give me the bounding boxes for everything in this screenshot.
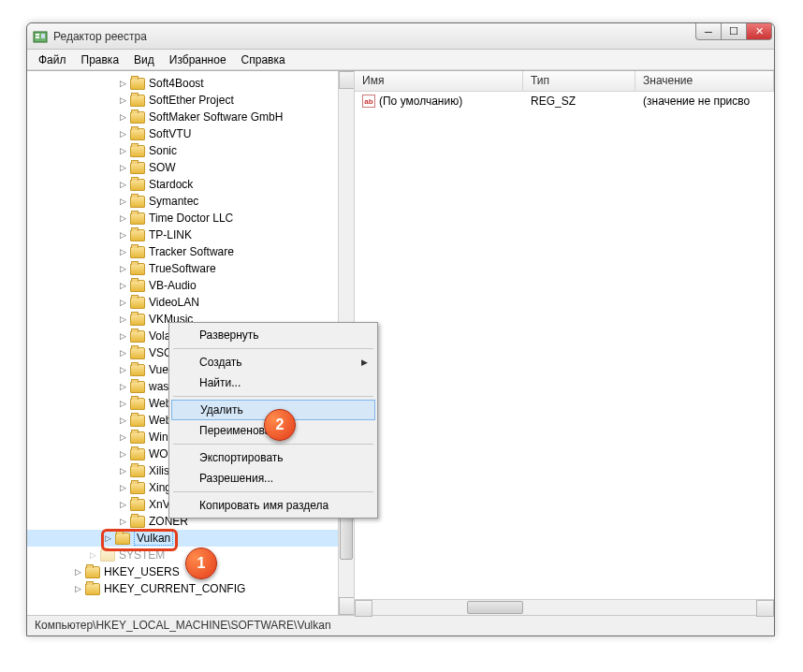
expander-icon[interactable]: ▷	[117, 128, 128, 139]
cm-copy-key[interactable]: Копировать имя раздела	[171, 495, 375, 516]
folder-icon	[130, 280, 145, 292]
menu-file[interactable]: Файл	[31, 51, 74, 68]
expander-icon[interactable]: ▷	[117, 196, 128, 207]
tree-item[interactable]: ▷HKEY_CURRENT_CONFIG	[27, 580, 354, 597]
cm-find[interactable]: Найти...	[171, 373, 375, 393]
registry-editor-window: Редактор реестра ─ ☐ ✕ Файл Правка Вид И…	[26, 22, 775, 636]
tree-item[interactable]: ▷Symantec	[27, 193, 354, 210]
expander-icon[interactable]: ▷	[117, 246, 128, 257]
tree-item[interactable]: ▷VB-Audio	[27, 277, 354, 294]
folder-icon	[130, 465, 145, 477]
h-scrollbar-thumb[interactable]	[467, 601, 523, 614]
folder-icon	[130, 263, 145, 275]
close-button[interactable]: ✕	[746, 23, 772, 40]
svg-rect-3	[41, 34, 45, 38]
expander-icon[interactable]: ▷	[117, 482, 128, 493]
tree-item[interactable]: ▷Time Doctor LLC	[27, 210, 354, 226]
folder-icon	[130, 499, 145, 511]
value-row[interactable]: ab (По умолчанию) REG_SZ (значение не пр…	[355, 92, 774, 110]
tree-item[interactable]: ▷Tracker Software	[27, 243, 354, 260]
tree-item-selected[interactable]: ▷Vulkan	[27, 530, 354, 547]
menu-help[interactable]: Справка	[234, 51, 293, 68]
titlebar[interactable]: Редактор реестра ─ ☐ ✕	[27, 23, 774, 50]
tree-item[interactable]: ▷SOW	[27, 159, 354, 176]
tree-item[interactable]: ▷SoftMaker Software GmbH	[27, 109, 354, 125]
expander-icon[interactable]: ▷	[117, 415, 128, 426]
maximize-button[interactable]: ☐	[721, 23, 747, 40]
folder-icon	[130, 431, 145, 444]
cm-separator	[173, 348, 373, 349]
menu-view[interactable]: Вид	[126, 51, 162, 68]
expander-icon[interactable]: ▷	[117, 431, 128, 443]
svg-rect-2	[36, 37, 39, 38]
expander-icon[interactable]: ▷	[117, 499, 128, 510]
values-scrollbar-horizontal[interactable]	[355, 599, 774, 615]
tree-label: SoftVTU	[149, 127, 191, 140]
expander-icon[interactable]: ▷	[117, 448, 128, 460]
menu-bar: Файл Правка Вид Избранное Справка	[27, 50, 774, 70]
col-header-type[interactable]: Тип	[523, 71, 635, 91]
col-header-name[interactable]: Имя	[355, 71, 523, 91]
tree-label: Symantec	[149, 195, 198, 208]
expander-icon[interactable]: ▷	[117, 364, 128, 375]
folder-icon	[130, 179, 145, 191]
expander-icon[interactable]: ▷	[117, 263, 128, 274]
tree-item[interactable]: ▷TrueSoftware	[27, 260, 354, 277]
minimize-button[interactable]: ─	[695, 23, 722, 40]
expander-icon[interactable]: ▷	[117, 229, 128, 241]
expander-icon[interactable]: ▷	[72, 583, 83, 594]
svg-rect-1	[36, 34, 39, 36]
values-body[interactable]: ab (По умолчанию) REG_SZ (значение не пр…	[355, 92, 774, 599]
tree-item[interactable]: ▷Sonic	[27, 142, 354, 159]
expander-icon[interactable]: ▷	[117, 398, 128, 409]
expander-icon[interactable]: ▷	[102, 533, 113, 544]
tree-item[interactable]: ▷SoftVTU	[27, 125, 354, 142]
tree-label: SOW	[149, 161, 176, 174]
expander-icon[interactable]: ▷	[117, 78, 128, 89]
expander-icon[interactable]: ▷	[117, 330, 128, 342]
cm-permissions[interactable]: Разрешения...	[171, 468, 375, 489]
folder-icon	[130, 297, 145, 309]
tree-label: VB-Audio	[149, 279, 197, 292]
folder-icon	[130, 145, 145, 157]
expander-icon[interactable]: ▷	[72, 566, 83, 577]
cm-export[interactable]: Экспортировать	[171, 447, 375, 468]
folder-icon	[130, 314, 145, 326]
folder-icon	[130, 516, 145, 528]
tree-label: SoftMaker Software GmbH	[149, 110, 283, 124]
tree-item[interactable]: ▷TP-LINK	[27, 226, 354, 243]
expander-icon[interactable]: ▷	[117, 297, 128, 308]
menu-favorites[interactable]: Избранное	[162, 51, 234, 68]
annotation-callout-2: 2	[264, 409, 296, 441]
tree-label: HKEY_USERS	[104, 565, 180, 578]
expander-icon[interactable]: ▷	[117, 516, 128, 527]
expander-icon[interactable]: ▷	[117, 381, 128, 392]
expander-icon[interactable]: ▷	[87, 549, 98, 561]
expander-icon[interactable]: ▷	[117, 95, 128, 106]
expander-icon[interactable]: ▷	[117, 111, 128, 123]
folder-icon	[130, 381, 145, 393]
tree-item[interactable]: ▷SoftEther Project	[27, 92, 354, 109]
cm-expand[interactable]: Развернуть	[171, 325, 375, 345]
folder-icon	[130, 111, 145, 124]
expander-icon[interactable]: ▷	[117, 280, 128, 291]
cm-new[interactable]: Создать▶	[171, 352, 375, 373]
tree-item[interactable]: ▷Stardock	[27, 176, 354, 193]
menu-edit[interactable]: Правка	[74, 51, 127, 68]
cm-separator	[173, 491, 373, 492]
expander-icon[interactable]: ▷	[117, 145, 128, 156]
folder-icon	[130, 229, 145, 241]
tree-label: SYSTEM	[119, 548, 165, 562]
tree-item[interactable]: ▷Soft4Boost	[27, 75, 354, 92]
folder-icon	[130, 448, 145, 460]
tree-item[interactable]: ▷VideoLAN	[27, 294, 354, 311]
expander-icon[interactable]: ▷	[117, 347, 128, 358]
expander-icon[interactable]: ▷	[117, 179, 128, 190]
expander-icon[interactable]: ▷	[117, 162, 128, 173]
expander-icon[interactable]: ▷	[117, 212, 128, 224]
folder-icon	[130, 330, 145, 343]
col-header-data[interactable]: Значение	[635, 71, 774, 91]
tree-label: Stardock	[149, 178, 193, 191]
expander-icon[interactable]: ▷	[117, 465, 128, 476]
expander-icon[interactable]: ▷	[117, 314, 128, 325]
